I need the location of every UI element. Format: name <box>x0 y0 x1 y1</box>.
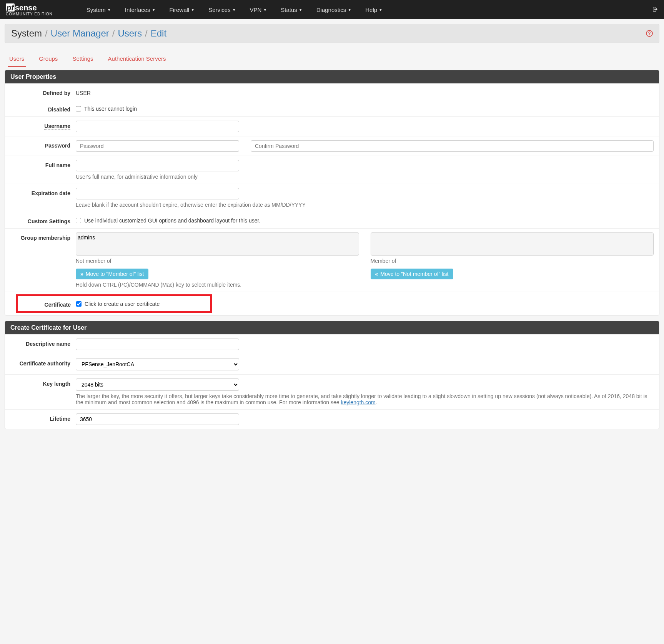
panel-create-certificate: Create Certificate for User Descriptive … <box>5 321 659 429</box>
label-definedby: Defined by <box>10 88 76 96</box>
label-not-member: Not member of <box>76 258 359 264</box>
input-confirm-password[interactable] <box>251 140 654 152</box>
panel-heading: Create Certificate for User <box>5 321 659 334</box>
input-fullname[interactable] <box>76 160 239 171</box>
help-fullname: User's full name, for administrative inf… <box>76 174 654 180</box>
value-definedby: USER <box>76 88 654 96</box>
label-member: Member of <box>371 258 654 264</box>
brand-pf: pf <box>6 3 15 12</box>
label-groupmembership: Group membership <box>10 232 76 241</box>
row-certificate-highlighted: Certificate Click to create a user certi… <box>16 294 212 313</box>
help-keylen: The larger the key, the more security it… <box>76 393 654 405</box>
panel-user-properties: User Properties Defined by USER Disabled… <box>5 70 659 315</box>
checkbox-certificate[interactable] <box>76 301 82 307</box>
input-descname[interactable] <box>76 339 239 350</box>
input-username[interactable] <box>76 121 239 132</box>
input-password[interactable] <box>76 140 239 152</box>
breadcrumb-edit[interactable]: Edit <box>151 28 166 39</box>
label-password: Password <box>10 140 76 149</box>
breadcrumb-sep: / <box>45 28 48 39</box>
breadcrumb: System / User Manager / Users / Edit <box>11 28 166 39</box>
navbar-menu: System▼ Interfaces▼ Firewall▼ Services▼ … <box>64 7 652 13</box>
label-ca: Certificate authority <box>10 358 76 367</box>
tabs: Users Groups Settings Authentication Ser… <box>0 48 664 67</box>
button-move-to-not-member[interactable]: « Move to "Not member of" list <box>371 269 453 279</box>
help-icon[interactable]: ? <box>646 30 653 37</box>
input-expiration[interactable] <box>76 188 239 199</box>
caret-down-icon: ▼ <box>348 8 351 12</box>
logout-icon <box>652 6 658 12</box>
brand-edition: COMMUNITY EDITION <box>6 12 53 16</box>
text-custom: Use individual customized GUI options an… <box>84 217 260 224</box>
nav-status[interactable]: Status▼ <box>274 7 309 13</box>
nav-firewall[interactable]: Firewall▼ <box>163 7 202 13</box>
label-custom: Custom Settings <box>10 216 76 224</box>
chevron-right-double-icon: » <box>80 271 83 277</box>
checkbox-disabled[interactable] <box>76 106 81 111</box>
text-certificate: Click to create a user certificate <box>85 301 160 307</box>
nav-vpn[interactable]: VPN▼ <box>243 7 274 13</box>
caret-down-icon: ▼ <box>263 8 267 12</box>
breadcrumb-users[interactable]: Users <box>118 28 142 39</box>
help-expiration: Leave blank if the account shouldn't exp… <box>76 202 654 208</box>
logout-button[interactable] <box>652 6 658 13</box>
caret-down-icon: ▼ <box>107 8 111 12</box>
checkbox-custom[interactable] <box>76 218 81 223</box>
select-member[interactable] <box>371 232 654 256</box>
caret-down-icon: ▼ <box>152 8 156 12</box>
tab-authservers[interactable]: Authentication Servers <box>107 51 168 67</box>
nav-services[interactable]: Services▼ <box>201 7 243 13</box>
help-group: Hold down CTRL (PC)/COMMAND (Mac) key to… <box>76 282 654 288</box>
tab-settings[interactable]: Settings <box>71 51 95 67</box>
select-keylen[interactable]: 2048 bits <box>76 378 239 391</box>
select-ca[interactable]: PFSense_JenRootCA <box>76 358 239 370</box>
caret-down-icon: ▼ <box>232 8 236 12</box>
option-admins[interactable]: admins <box>78 234 357 241</box>
breadcrumb-system[interactable]: System <box>11 28 42 39</box>
label-username: Username <box>10 121 76 129</box>
label-lifetime: Lifetime <box>10 413 76 422</box>
caret-down-icon: ▼ <box>299 8 303 12</box>
label-keylen: Key length <box>10 378 76 387</box>
breadcrumb-sep: / <box>145 28 148 39</box>
nav-diagnostics[interactable]: Diagnostics▼ <box>310 7 358 13</box>
brand-sense: sense <box>15 4 37 12</box>
label-disabled: Disabled <box>10 104 76 113</box>
link-keylength[interactable]: keylength.com <box>341 399 375 405</box>
caret-down-icon: ▼ <box>379 8 383 12</box>
breadcrumb-sep: / <box>112 28 115 39</box>
brand-logo[interactable]: pf sense COMMUNITY EDITION <box>6 3 53 16</box>
tab-groups[interactable]: Groups <box>37 51 59 67</box>
caret-down-icon: ▼ <box>191 8 195 12</box>
navbar: pf sense COMMUNITY EDITION System▼ Inter… <box>0 0 664 19</box>
breadcrumb-usermanager[interactable]: User Manager <box>51 28 109 39</box>
page-header: System / User Manager / Users / Edit ? <box>5 24 659 43</box>
nav-interfaces[interactable]: Interfaces▼ <box>118 7 163 13</box>
text-disabled: This user cannot login <box>84 106 137 112</box>
select-not-member[interactable]: admins <box>76 232 359 256</box>
tab-users[interactable]: Users <box>8 51 26 67</box>
label-descname: Descriptive name <box>10 339 76 347</box>
chevron-left-double-icon: « <box>375 271 378 277</box>
nav-system[interactable]: System▼ <box>80 7 118 13</box>
nav-help[interactable]: Help▼ <box>358 7 389 13</box>
label-fullname: Full name <box>10 160 76 168</box>
input-lifetime[interactable] <box>76 413 239 425</box>
button-move-to-member[interactable]: » Move to "Member of" list <box>76 269 148 279</box>
label-expiration: Expiration date <box>10 188 76 196</box>
label-certificate: Certificate <box>22 299 76 308</box>
panel-heading: User Properties <box>5 70 659 83</box>
